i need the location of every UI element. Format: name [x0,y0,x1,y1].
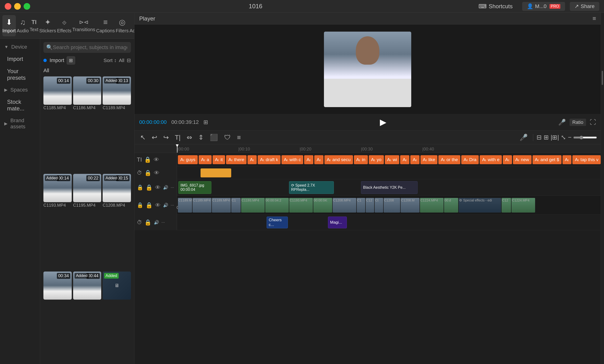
text-chip-17[interactable]: Aₜ Dra [461,155,479,164]
video-clip-0[interactable]: C1189.M [178,198,192,213]
text-chip-1[interactable]: Aₜ a [199,155,212,164]
music-clip-0[interactable]: Cheers c... [267,216,288,228]
text-chip-23[interactable]: Aₜ tap this v [572,155,601,164]
scrollbar-thumb[interactable] [602,71,603,85]
broll-lock-button[interactable]: 🔒 [146,184,153,191]
media-thumb-0[interactable]: 00:14 [43,76,72,105]
share-button[interactable]: ↗ Share [570,2,599,11]
import-button[interactable]: Import [43,57,64,63]
text-chip-21[interactable]: Aₜ and get $ [532,155,562,164]
video-clip-14[interactable]: C1224.MP4 [420,198,444,213]
video-clip-8[interactable]: C1208.MP4 [333,198,356,213]
toolbar-item-effects[interactable]: ⟐ Effects [57,15,72,36]
shield-button[interactable]: 🛡 [222,132,233,143]
toolbar-item-captions[interactable]: ≡ Captions [96,15,115,36]
fullscreen-button[interactable] [24,3,30,10]
broll-eye-button[interactable]: 👁 [155,184,161,191]
search-input[interactable] [43,42,131,53]
grid-icon-button[interactable]: ⊞ [203,119,208,126]
text-chip-3[interactable]: Aₜ there [226,155,247,164]
crop-button[interactable]: ⇕ [196,132,205,143]
text-chip-10[interactable]: Aₜ in [354,155,368,164]
music-lock-button[interactable]: 🔒 [144,219,151,226]
zoom-minus[interactable]: − [568,134,571,141]
media-thumb-4[interactable]: 00:22 [73,174,101,202]
video-clip-11[interactable]: Ct [375,198,383,213]
text-chip-2[interactable]: Aₜ it [213,155,225,164]
video-clip-15[interactable]: 00:d [444,198,458,213]
fullscreen-btn[interactable]: ⛶ [590,119,596,126]
broll-clip-1[interactable]: ⟳ Speed 2.7X RPRepla... [289,181,334,194]
text-chip-18[interactable]: Aₜ with e [480,155,502,164]
sidebar-item-device[interactable]: ▼ Device [0,41,40,53]
zoom-in-button[interactable]: ⊞ [544,134,549,141]
mic-button[interactable]: 🎤 [558,119,566,126]
text-chip-13[interactable]: Aₜ [400,155,409,164]
text-chip-12[interactable]: Aₜ wi [385,155,400,164]
video-clip-12[interactable]: C1208 [384,198,400,213]
media-thumb-7[interactable]: 00:44 Added [73,272,101,300]
media-thumb-6[interactable]: 00:34 [43,272,72,300]
all-filter-button[interactable]: All [119,58,124,63]
text-chip-6[interactable]: Aₜ with c [281,155,303,164]
orange-timer-block[interactable] [201,168,231,177]
video-clip-10[interactable]: C12 [366,198,374,213]
music-clip-1[interactable]: Magi... [328,216,347,228]
toolbar-item-import[interactable]: ⬇ Import [2,15,16,36]
text-chip-16[interactable]: Aₜ or the [438,155,460,164]
text-chip-0[interactable]: Aₜ guys [178,155,198,164]
mic-track-button[interactable]: 🎤 [518,132,530,143]
text-eye-button[interactable]: 👁 [154,156,159,163]
text-chip-15[interactable]: Aₜ like [420,155,437,164]
select-tool-button[interactable]: ↖ [138,132,148,143]
text-chip-4[interactable]: Aₜ [248,155,257,164]
play-button[interactable]: ▶ [213,117,553,127]
timer-eye-button[interactable]: 👁 [154,170,160,176]
sidebar-item-stock[interactable]: Stock mate... [0,96,40,115]
text-chip-20[interactable]: Aₜ new [513,155,532,164]
sidebar-item-brand[interactable]: ▶ Brand assets [0,115,40,133]
video-clip-5[interactable]: 00:00:04:2 [265,198,289,213]
video-eye-button[interactable]: 👁 [155,202,161,209]
video-clip-9[interactable]: C1 [357,198,365,213]
shortcuts-button[interactable]: ⌨ Shortcuts [474,2,517,11]
video-clip-13[interactable]: C1208.M [401,198,419,213]
list-button[interactable]: ≡ [235,132,242,143]
text-chip-5[interactable]: Aₜ draft k [258,155,280,164]
text-chip-14[interactable]: Aₜ [410,155,419,164]
media-thumb-8[interactable]: 🖥 Added [103,272,131,300]
snap-button[interactable]: |⊞| [551,134,559,141]
media-thumb-2[interactable]: 00:13 Added [103,76,131,105]
text-chip-9[interactable]: Aₜ and secu [324,155,353,164]
text-lock-button[interactable]: 🔒 [144,156,151,163]
sidebar-item-import[interactable]: Import [0,53,40,65]
video-clip-17[interactable]: C12 [502,198,511,213]
sort-button[interactable]: Sort ↕ [104,58,116,63]
text-chip-7[interactable]: Aₜ [304,155,313,164]
text-chip-11[interactable]: Aₜ yo [369,155,384,164]
zoom-slider[interactable] [573,136,597,139]
toolbar-item-transitions[interactable]: ⊳⊲ Transitions [72,15,95,36]
video-clip-4[interactable]: C1193.MP4 [241,198,265,213]
toolbar-item-filters[interactable]: ◎ Filters [116,15,128,36]
minimize-button[interactable] [14,3,21,10]
sidebar-item-presets[interactable]: Your presets [0,65,40,84]
redo-button[interactable]: ↪ [161,132,171,143]
user-button[interactable]: 👤 M...0 PRO [522,2,565,11]
expand-button[interactable]: ⤡ [561,134,566,141]
sidebar-item-spaces[interactable]: ▶ Spaces [0,84,40,96]
toolbar-item-text[interactable]: TI Text [30,15,38,36]
text-chip-8[interactable]: Aₜ [314,155,324,164]
split-button[interactable]: T| [173,132,182,143]
ratio-button[interactable]: Ratio [569,119,586,126]
player-menu-button[interactable]: ≡ [592,15,596,22]
toolbar-item-stickers[interactable]: ✦ Stickers [39,15,56,36]
video-clip-3[interactable]: C1 [231,198,241,213]
media-thumb-5[interactable]: 00:15 Added [103,174,131,202]
video-clip-2[interactable]: C1189.MP4 [212,198,231,213]
video-clip-7[interactable]: 00:00:04: [313,198,332,213]
trim-button[interactable]: ⇔ [185,132,194,143]
close-button[interactable] [5,3,11,10]
undo-button[interactable]: ↩ [150,132,159,143]
box-button[interactable]: ⬛ [208,132,220,143]
